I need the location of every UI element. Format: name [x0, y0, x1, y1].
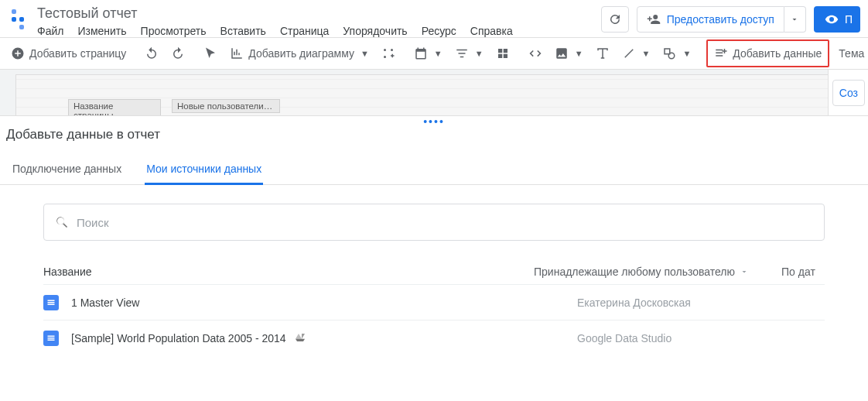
community-icon [381, 46, 395, 60]
tab-connect-data[interactable]: Подключение данных [11, 155, 123, 184]
menu-edit[interactable]: Изменить [77, 25, 126, 37]
add-data-panel: •••• Добавьте данные в отчет Подключение… [0, 116, 868, 355]
share-button-group: Предоставить доступ [637, 6, 806, 33]
list-item[interactable]: 1 Master View Екатерина Досковская [43, 284, 825, 320]
svg-point-0 [384, 49, 386, 51]
add-page-icon [11, 46, 25, 60]
add-data-button[interactable]: Добавить данные [708, 41, 828, 66]
datasource-owner: Google Data Studio [577, 332, 825, 344]
image-icon [555, 46, 569, 60]
text-icon [596, 46, 610, 60]
table-header-chip-2[interactable]: Новые пользователи… [172, 99, 280, 113]
app-header: Тестовый отчет Файл Изменить Просмотреть… [0, 0, 868, 37]
add-data-icon [714, 46, 728, 60]
share-label: Предоставить доступ [667, 13, 774, 26]
doc-title[interactable]: Тестовый отчет [37, 5, 601, 22]
chevron-down-icon: ▼ [361, 49, 369, 58]
chevron-down-icon: ▼ [475, 49, 484, 58]
filter-icon [455, 46, 469, 60]
datasource-name: [Sample] World Population Data 2005 - 20… [71, 332, 577, 344]
menu-view[interactable]: Просмотреть [141, 25, 207, 37]
shape-icon [662, 46, 676, 60]
svg-point-1 [391, 49, 393, 51]
cursor-button[interactable] [197, 38, 224, 69]
search-container [43, 204, 825, 241]
col-owner-label: Принадлежащие любому пользователю [534, 266, 735, 278]
chart-icon [230, 46, 244, 60]
search-input[interactable] [75, 215, 813, 230]
col-date[interactable]: По дат [781, 266, 825, 278]
add-chart-button[interactable]: Добавить диаграмму ▼ [224, 38, 375, 69]
person-add-icon [647, 12, 661, 26]
chevron-down-icon [790, 15, 799, 24]
menubar: Файл Изменить Просмотреть Вставить Стран… [37, 25, 601, 37]
chevron-down-icon: ▼ [642, 49, 651, 58]
datasource-owner: Екатерина Досковская [577, 296, 825, 309]
add-data-label: Добавить данные [733, 47, 822, 60]
datasource-icon [43, 295, 59, 310]
search-box[interactable] [43, 204, 825, 241]
refresh-icon [608, 12, 622, 26]
add-data-highlight: Добавить данные [706, 39, 829, 67]
menu-file[interactable]: Файл [37, 25, 63, 37]
chevron-down-icon: ▼ [575, 49, 583, 58]
svg-point-2 [384, 56, 386, 58]
share-dropdown-button[interactable] [784, 6, 806, 33]
panel-tabs: Подключение данных Мои источники данных [0, 155, 868, 185]
col-owner-filter[interactable]: Принадлежащие любому пользователю [534, 266, 781, 278]
view-mode-button[interactable]: П [814, 6, 860, 33]
shape-button[interactable]: ▼ [656, 38, 697, 69]
canvas-area: Название страницы Новые пользователи… Со… [0, 70, 868, 116]
theme-label: Тема и шаблон [839, 47, 868, 60]
view-label: П [845, 13, 853, 26]
line-icon [622, 46, 636, 60]
theme-button[interactable]: Тема и шаблон [832, 38, 868, 69]
list-item[interactable]: [Sample] World Population Data 2005 - 20… [43, 320, 825, 355]
add-page-button[interactable]: Добавить страницу [5, 38, 132, 69]
drive-icon [294, 332, 306, 344]
menu-insert[interactable]: Вставить [220, 25, 266, 37]
tab-my-datasources[interactable]: Мои источники данных [145, 155, 263, 185]
table-header-chip-1[interactable]: Название страницы [68, 99, 161, 116]
create-button[interactable]: Соз [832, 80, 865, 106]
add-page-label: Добавить страницу [29, 47, 126, 60]
cursor-icon [203, 46, 217, 60]
image-button[interactable]: ▼ [548, 38, 589, 69]
chevron-down-icon [740, 267, 749, 276]
svg-point-4 [669, 53, 675, 59]
eye-icon [825, 12, 839, 26]
search-icon [55, 215, 69, 229]
refresh-button[interactable] [601, 6, 629, 33]
datasource-name: 1 Master View [71, 296, 577, 309]
column-headers: Название Принадлежащие любому пользовате… [0, 252, 868, 284]
datasource-list: 1 Master View Екатерина Досковская [Samp… [0, 284, 868, 355]
svg-rect-3 [665, 49, 670, 54]
menu-help[interactable]: Справка [470, 25, 513, 37]
text-button[interactable] [589, 38, 616, 69]
header-actions: Предоставить доступ П [601, 6, 860, 33]
calendar-icon [414, 46, 428, 60]
title-area: Тестовый отчет Файл Изменить Просмотреть… [37, 5, 601, 37]
line-button[interactable]: ▼ [616, 38, 657, 69]
embed-button[interactable] [522, 38, 548, 69]
right-panel: Соз [828, 70, 868, 115]
data-control-button[interactable] [490, 38, 516, 69]
redo-button[interactable] [165, 38, 191, 69]
col-name[interactable]: Название [43, 266, 534, 278]
menu-page[interactable]: Страница [280, 25, 329, 37]
menu-arrange[interactable]: Упорядочить [343, 25, 407, 37]
toolbar: Добавить страницу Добавить диаграмму ▼ ▼… [0, 37, 868, 70]
date-range-button[interactable]: ▼ [408, 38, 449, 69]
share-button[interactable]: Предоставить доступ [637, 6, 784, 33]
undo-button[interactable] [138, 38, 165, 69]
community-viz-button[interactable] [375, 38, 402, 69]
code-icon [528, 46, 542, 60]
undo-icon [145, 46, 159, 60]
chevron-down-icon: ▼ [434, 49, 443, 58]
menu-resource[interactable]: Ресурс [422, 25, 456, 37]
data-control-icon [496, 46, 510, 60]
drag-handle[interactable]: •••• [423, 116, 445, 125]
redo-icon [171, 46, 185, 60]
filter-control-button[interactable]: ▼ [449, 38, 490, 69]
add-chart-label: Добавить диаграмму [248, 47, 354, 60]
